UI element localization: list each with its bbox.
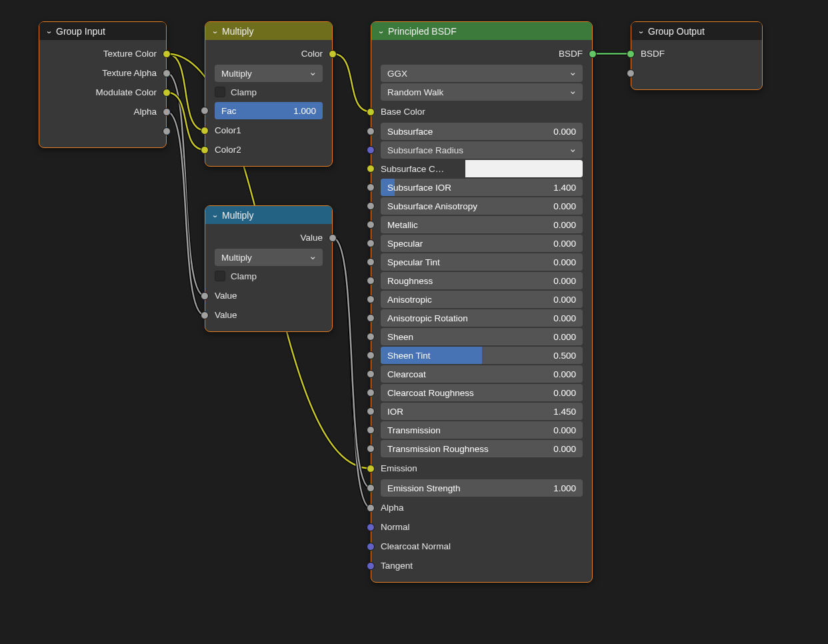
clearcoat-roughness-slider[interactable]: Clearcoat Roughness0.000 xyxy=(381,384,583,401)
node-title: Group Output xyxy=(648,26,705,37)
socket-texture-color[interactable] xyxy=(163,50,171,58)
socket-color-out[interactable] xyxy=(329,50,337,58)
socket-fac[interactable] xyxy=(201,107,209,115)
chevron-down-icon: ⌄ xyxy=(45,27,53,35)
math-header[interactable]: ⌄ Multiply xyxy=(205,206,332,224)
emission-strength-slider[interactable]: Emission Strength 1.000 xyxy=(381,479,583,497)
checkbox-icon xyxy=(215,87,225,97)
socket-clearcoat-normal[interactable] xyxy=(367,543,375,551)
chevron-down-icon: ⌄ xyxy=(377,27,385,35)
roughness-slider[interactable]: Roughness0.000 xyxy=(381,272,583,289)
clamp-checkbox[interactable]: Clamp xyxy=(215,83,323,101)
transmission-slider[interactable]: Transmission0.000 xyxy=(381,421,583,439)
clamp-checkbox[interactable]: Clamp xyxy=(215,267,323,285)
group-input-node[interactable]: ⌄ Group Input Texture Color Texture Alph… xyxy=(39,21,167,148)
group-input-header[interactable]: ⌄ Group Input xyxy=(39,22,166,40)
socket-subsurface-radius[interactable] xyxy=(367,146,375,154)
socket-color2[interactable] xyxy=(201,146,209,154)
node-title: Multiply xyxy=(222,210,253,221)
socket-alpha[interactable] xyxy=(163,108,171,116)
socket-subsurface-anisotropy[interactable] xyxy=(367,202,375,210)
metallic-slider[interactable]: Metallic0.000 xyxy=(381,216,583,233)
operation-select[interactable]: Multiply xyxy=(215,249,323,266)
anisotropic-slider[interactable]: Anisotropic0.000 xyxy=(381,291,583,308)
socket-texture-alpha[interactable] xyxy=(163,69,171,77)
socket-virtual[interactable] xyxy=(163,127,171,135)
socket-subsurface[interactable] xyxy=(367,127,375,135)
socket-modulate-color[interactable] xyxy=(163,89,171,97)
blend-mode-select[interactable]: Multiply xyxy=(215,65,323,82)
specular-tint-slider[interactable]: Specular Tint0.000 xyxy=(381,253,583,271)
subsurface-anisotropy-slider[interactable]: Subsurface Anisotropy0.000 xyxy=(381,197,583,215)
subsurface-method-select[interactable]: Random Walk xyxy=(381,83,583,101)
socket-tangent[interactable] xyxy=(367,562,375,570)
socket-subsurface-color[interactable] xyxy=(367,165,375,173)
socket-anisotropic-rotation[interactable] xyxy=(367,314,375,322)
socket-sheen[interactable] xyxy=(367,333,375,341)
socket-anisotropic[interactable] xyxy=(367,295,375,303)
socket-clearcoat[interactable] xyxy=(367,370,375,378)
socket-metallic[interactable] xyxy=(367,221,375,229)
socket-emission[interactable] xyxy=(367,465,375,473)
socket-emission-strength[interactable] xyxy=(367,484,375,492)
bsdf-header[interactable]: ⌄ Principled BSDF xyxy=(371,22,592,40)
ior-slider[interactable]: IOR1.450 xyxy=(381,403,583,420)
socket-subsurface-ior[interactable] xyxy=(367,183,375,191)
subsurface-radius-select[interactable]: Subsurface Radius xyxy=(381,141,583,159)
chevron-down-icon: ⌄ xyxy=(211,211,219,219)
mix-rgb-header[interactable]: ⌄ Multiply xyxy=(205,22,332,40)
socket-roughness[interactable] xyxy=(367,277,375,285)
socket-virtual[interactable] xyxy=(627,69,635,77)
clearcoat-slider[interactable]: Clearcoat0.000 xyxy=(381,365,583,383)
subsurface-slider[interactable]: Subsurface0.000 xyxy=(381,123,583,140)
socket-color1[interactable] xyxy=(201,127,209,135)
socket-ior[interactable] xyxy=(367,407,375,415)
socket-value-out[interactable] xyxy=(329,234,337,242)
mix-rgb-node[interactable]: ⌄ Multiply Color Multiply Clamp Fac 1.00… xyxy=(205,21,333,167)
socket-value-b[interactable] xyxy=(201,311,209,319)
group-output-node[interactable]: ⌄ Group Output BSDF xyxy=(631,21,763,90)
socket-transmission-roughness[interactable] xyxy=(367,445,375,453)
checkbox-icon xyxy=(215,271,225,281)
subsurface-color-swatch[interactable] xyxy=(381,160,583,177)
transmission-roughness-slider[interactable]: Transmission Roughness0.000 xyxy=(381,440,583,457)
specular-slider[interactable]: Specular0.000 xyxy=(381,235,583,252)
distribution-select[interactable]: GGX xyxy=(381,65,583,82)
socket-specular[interactable] xyxy=(367,239,375,247)
anisotropic-rotation-slider[interactable]: Anisotropic Rotation0.000 xyxy=(381,309,583,327)
socket-bsdf-out[interactable] xyxy=(589,50,597,58)
math-node[interactable]: ⌄ Multiply Value Multiply Clamp Value Va… xyxy=(205,205,333,332)
socket-clearcoat-roughness[interactable] xyxy=(367,389,375,397)
socket-bsdf-in[interactable] xyxy=(627,50,635,58)
socket-alpha[interactable] xyxy=(367,504,375,512)
chevron-down-icon: ⌄ xyxy=(637,27,645,35)
node-title: Principled BSDF xyxy=(388,26,457,37)
socket-sheen-tint[interactable] xyxy=(367,351,375,359)
node-title: Multiply xyxy=(222,26,253,37)
node-title: Group Input xyxy=(56,26,105,37)
socket-transmission[interactable] xyxy=(367,426,375,434)
socket-value-a[interactable] xyxy=(201,292,209,300)
sheen-tint-slider[interactable]: Sheen Tint0.500 xyxy=(381,347,583,364)
socket-normal[interactable] xyxy=(367,523,375,531)
group-output-header[interactable]: ⌄ Group Output xyxy=(631,22,762,40)
socket-specular-tint[interactable] xyxy=(367,258,375,266)
chevron-down-icon: ⌄ xyxy=(211,27,219,35)
sheen-slider[interactable]: Sheen0.000 xyxy=(381,328,583,345)
socket-base-color[interactable] xyxy=(367,108,375,116)
subsurface-ior-slider[interactable]: Subsurface IOR1.400 xyxy=(381,179,583,196)
principled-bsdf-node[interactable]: ⌄ Principled BSDF BSDF GGX Random Walk B… xyxy=(371,21,593,583)
fac-slider[interactable]: Fac 1.000 xyxy=(215,102,323,119)
